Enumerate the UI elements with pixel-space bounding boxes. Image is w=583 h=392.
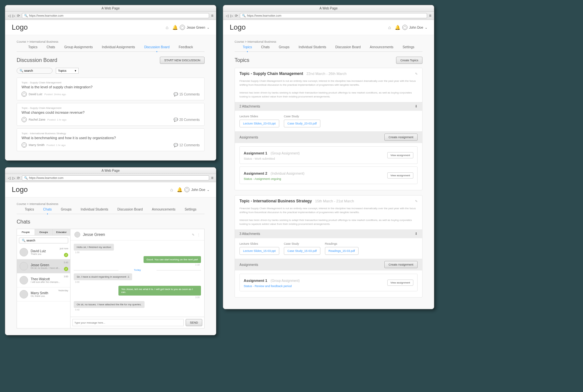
create-assignment-button[interactable]: Create Assignment	[384, 261, 418, 268]
download-icon[interactable]: ⬇	[415, 232, 418, 236]
tab-announcements[interactable]: Announcements	[370, 45, 393, 49]
filter-dropdown[interactable]: Topics▾	[56, 68, 79, 74]
send-button[interactable]: SEND	[186, 319, 202, 326]
start-discussion-button[interactable]: START NEW DISCUSSION	[160, 57, 205, 64]
url-bar[interactable]: 🔍 https://www.learnotter.com	[22, 13, 209, 18]
user-menu[interactable]: ◯John Doe ⌄	[402, 25, 427, 30]
breadcrumb[interactable]: Course > International Business	[235, 40, 422, 43]
download-icon[interactable]: ⬇	[415, 104, 418, 109]
discussion-post[interactable]: Topic - International Business Strategy …	[17, 128, 205, 151]
bell-icon[interactable]: 🔔	[177, 187, 182, 192]
edit-icon[interactable]: ✎	[415, 199, 418, 203]
tab-topics[interactable]: Topics	[28, 45, 37, 49]
contact-search[interactable]: 🔍 search	[19, 238, 68, 243]
tab-chats[interactable]: Chats	[47, 45, 55, 49]
create-assignment-button[interactable]: Create Assignment	[384, 134, 418, 141]
sidetab-groups[interactable]: Groups	[35, 229, 53, 235]
assignment-title: Assignment 2	[244, 171, 267, 175]
more-icon[interactable]: ⋮	[197, 233, 200, 237]
menu-icon[interactable]: ≡	[211, 176, 213, 180]
forward-icon[interactable]: ▷	[12, 14, 15, 18]
message-bubble: Sir, I have a doubt regarding in assignm…	[74, 273, 132, 280]
tab-groups[interactable]: Groups	[61, 208, 71, 211]
message-input[interactable]	[72, 319, 184, 326]
attachment-file[interactable]: Lecture Slides_15-03.ppt	[239, 247, 279, 255]
edit-icon[interactable]: ✎	[415, 72, 418, 76]
forward-icon[interactable]: ▷	[230, 14, 233, 18]
sidetab-people[interactable]: People	[17, 229, 35, 235]
tab-topics[interactable]: Topics	[243, 45, 252, 49]
search-input[interactable]: 🔍 search	[17, 68, 53, 74]
contact-name: Jesse Green	[31, 263, 68, 267]
comment-icon: 💬	[174, 118, 178, 122]
post-author: Marry Smith	[29, 143, 45, 147]
url-bar[interactable]: 🔍 https://www.learnotter.com	[240, 13, 427, 18]
tab-group-assignments[interactable]: Group Assignments	[64, 45, 93, 49]
contact-item[interactable]: Marry Smith Ok, thank you. Yesterday	[17, 287, 70, 301]
tab-feedback[interactable]: Feedback	[179, 45, 193, 49]
tab-individual-students[interactable]: Individual Students	[81, 208, 108, 211]
menu-icon[interactable]: ≡	[211, 13, 213, 18]
avatar	[20, 248, 28, 256]
home-icon[interactable]: ⌂	[170, 187, 173, 192]
tab-groups[interactable]: Groups	[279, 45, 289, 49]
menu-icon[interactable]: ≡	[429, 13, 431, 18]
reload-icon[interactable]: ⟳	[17, 14, 20, 18]
tab-individual-students[interactable]: Individual Students	[299, 45, 326, 49]
browser-toolbar: ◁ ▷ ⟳ 🔍 https://www.learnotter.com ≡	[5, 12, 216, 20]
tab-settings[interactable]: Settings	[185, 208, 196, 211]
view-assignment-button[interactable]: View assignment	[387, 280, 413, 286]
breadcrumb[interactable]: Course > International Business	[17, 202, 205, 206]
sidetab-educator[interactable]: Educator	[53, 229, 70, 235]
assignment-type: (Group Assignment)	[271, 279, 300, 283]
attachment-file[interactable]: Case Study_23-03.pdf	[284, 120, 320, 127]
contact-item[interactable]: David Luiz Thank you just now 2	[17, 245, 70, 259]
discussion-post[interactable]: Topic - Supply Chain Management What cha…	[17, 103, 205, 126]
back-icon[interactable]: ◁	[8, 176, 10, 180]
tab-chats[interactable]: Chats	[261, 45, 269, 49]
contact-item[interactable]: Jesse Green Ok sir, no issues. I have at…	[17, 259, 70, 273]
view-assignment-button[interactable]: View assignment	[387, 152, 413, 158]
back-icon[interactable]: ◁	[226, 14, 228, 18]
contact-preview: Ok, thank you.	[31, 295, 68, 297]
page-title: Topics	[235, 57, 396, 63]
comments-count[interactable]: 💬 15 Comments	[174, 92, 200, 96]
create-topics-button[interactable]: Create Topics	[396, 57, 422, 64]
message-bubble: Good. You can start working on the next …	[144, 256, 201, 263]
attachment-file[interactable]: Readings_15-03.pdf	[325, 247, 359, 255]
comments-count[interactable]: 💬 20 Comments	[174, 118, 200, 122]
forward-icon[interactable]: ▷	[12, 176, 15, 180]
tab-topics[interactable]: Topics	[25, 208, 34, 211]
comments-count[interactable]: 💬 12 Comments	[174, 143, 200, 147]
wireframe-topics: A Web Page ◁ ▷ ⟳ 🔍 https://www.learnotte…	[223, 5, 434, 309]
assignment-card: Assignment 2 (Individual Assignment) Sta…	[239, 167, 418, 184]
user-menu[interactable]: ◯Jesse Green ⌄	[180, 25, 209, 30]
bell-icon[interactable]: 🔔	[172, 25, 178, 30]
tab-announcements[interactable]: Announcements	[152, 208, 176, 211]
back-icon[interactable]: ◁	[8, 14, 10, 18]
attachment-file[interactable]: Case Study_15-03.pdf	[284, 247, 320, 255]
reload-icon[interactable]: ⟳	[235, 14, 238, 18]
message-time: 1:10	[195, 264, 200, 266]
tab-chats[interactable]: Chats	[43, 208, 52, 211]
tab-discussion-board[interactable]: Discussion Board	[335, 45, 361, 49]
tab-settings[interactable]: Settings	[403, 45, 414, 49]
home-icon[interactable]: ⌂	[388, 25, 391, 30]
bell-icon[interactable]: 🔔	[395, 25, 400, 30]
home-icon[interactable]: ⌂	[166, 25, 168, 30]
reload-icon[interactable]: ⟳	[17, 176, 20, 180]
view-assignment-button[interactable]: View assignment	[387, 172, 413, 179]
attachment-file[interactable]: Lecture Slides_23-03.ppt	[239, 120, 279, 127]
breadcrumb[interactable]: Course > International Business	[17, 40, 205, 43]
url-bar[interactable]: 🔍 https://www.learnotter.com	[22, 175, 209, 181]
browser-title: A Web Page	[223, 5, 434, 12]
post-question: What is the level of supply chain integr…	[22, 85, 200, 89]
tab-discussion-board[interactable]: Discussion Board	[117, 208, 143, 211]
tab-individual-assignments[interactable]: Individual Assignments	[102, 45, 135, 49]
contact-item[interactable]: Theo Walcott I will look after the chang…	[17, 273, 70, 287]
discussion-post[interactable]: Topic - Supply Chain Management What is …	[17, 78, 205, 100]
browser-toolbar: ◁ ▷ ⟳ 🔍 https://www.learnotter.com ≡	[5, 174, 216, 182]
user-menu[interactable]: ◯John Doe ⌄	[184, 187, 209, 192]
tab-discussion-board[interactable]: Discussion Board	[144, 45, 170, 49]
edit-icon[interactable]: ✎	[192, 233, 194, 237]
